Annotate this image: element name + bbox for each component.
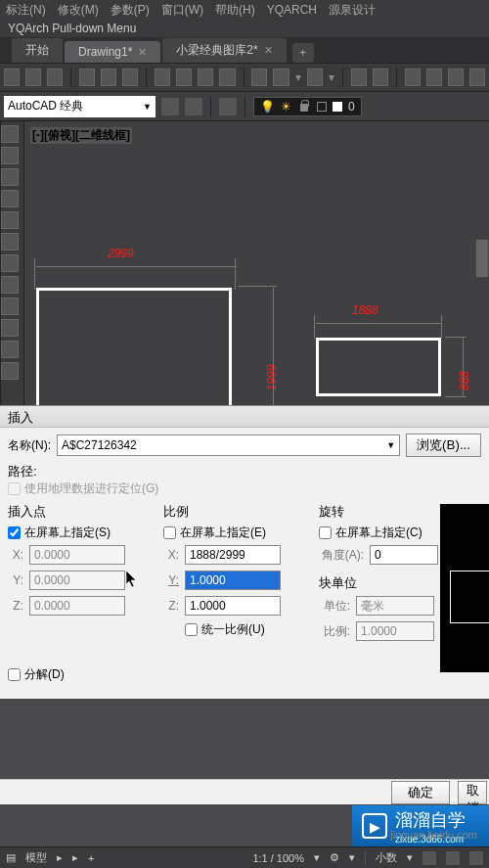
calc-icon[interactable] [469,69,485,86]
status-icon1[interactable] [422,851,436,865]
tab-toggle-icon[interactable]: ▤ [6,851,16,864]
menu-item-yqarch[interactable]: YQARCH [267,3,317,17]
hatch-icon[interactable] [1,233,19,251]
scale-x-input[interactable] [185,545,281,565]
menu-item-help[interactable]: 帮助(H) [215,2,255,19]
dim-rect2-width: 1888 [352,303,378,317]
point-icon[interactable] [1,319,19,337]
text-icon[interactable] [1,254,19,272]
copy-icon[interactable] [176,69,192,86]
uniform-scale-checkbox[interactable]: 统一比例(U) [185,621,305,638]
redo2-icon[interactable] [307,69,323,86]
tab-library[interactable]: 小梁经典图库2*✕ [162,38,286,63]
line-icon[interactable] [1,125,19,143]
menu-item-annotate[interactable]: 标注(N) [6,2,46,19]
menu-item-modify[interactable]: 修改(M) [58,2,99,19]
rotate-onscreen-input[interactable] [319,526,332,539]
rectangle-2[interactable] [316,338,441,396]
close-icon[interactable]: ✕ [138,46,147,59]
grid-icon[interactable] [448,69,464,86]
use-geo-input [8,482,21,495]
undo-icon[interactable] [251,69,267,86]
status-icon3[interactable] [469,851,483,865]
add-tab-button[interactable]: + [292,43,314,63]
block-preview [440,504,489,672]
tab-drawing1[interactable]: Drawing1*✕ [65,41,160,63]
scale-y-input[interactable] [185,571,281,590]
cancel-button[interactable]: 取消 [458,781,487,804]
save-icon[interactable] [47,69,63,86]
uniform-scale-input[interactable] [185,623,198,636]
layer-color-icon[interactable] [333,102,342,112]
angle-input[interactable] [370,545,438,565]
scale-onscreen-checkbox[interactable]: 在屏幕上指定(E) [163,525,305,541]
gear-icon[interactable] [161,98,179,115]
sheet-icon[interactable] [426,69,442,86]
print-layer-icon[interactable] [317,102,327,112]
status-icon2[interactable] [446,851,460,865]
scale-z-input[interactable] [185,596,281,616]
insert-onscreen-checkbox[interactable]: 在屏幕上指定(S) [8,525,150,541]
play-icon: ▶ [362,813,387,839]
insert-z-input [29,596,125,616]
model-tab[interactable]: 模型 [25,850,47,865]
close-icon[interactable]: ✕ [264,44,273,57]
group-scale: 比例 在屏幕上指定(E) X: Y: Z: 统一比例(U) [163,503,305,647]
cut-icon[interactable] [155,69,170,86]
preview-icon[interactable] [122,69,138,86]
props-icon[interactable] [405,69,421,86]
plot-icon[interactable] [101,69,116,86]
scrollbar[interactable] [475,239,489,278]
lock-icon[interactable] [297,100,311,114]
new-icon[interactable] [4,69,20,86]
more-icon[interactable] [1,362,19,380]
wand-icon[interactable] [185,98,202,115]
redo-icon[interactable] [273,69,289,86]
drawing-canvas[interactable]: [-][俯视][二维线框] 2999 1999 1888 888 [24,121,489,440]
circle-icon[interactable] [1,168,19,186]
viewport-label[interactable]: [-][俯视][二维线框] [30,127,132,144]
use-geo-checkbox[interactable]: 使用地理数据进行定位(G) [8,480,481,497]
gear-icon[interactable]: ⚙ [330,851,339,864]
menu-item-source[interactable]: 源泉设计 [329,2,376,19]
layer-combo[interactable]: 💡 ☀ 0 [253,97,362,116]
workspace-select[interactable]: AutoCAD 经典▼ [4,96,156,117]
polyline-icon[interactable] [1,147,19,164]
table-icon[interactable] [1,297,19,315]
zoom-icon[interactable] [373,69,388,86]
match-icon[interactable] [219,69,235,86]
arc-icon[interactable] [1,190,19,207]
workspace-row: AutoCAD 经典▼ 💡 ☀ 0 [0,92,489,121]
watermark: jingyan.baidu.com [390,829,477,841]
yqarch-pulldown[interactable]: YQArch Pull-down Menu [0,20,489,37]
explode-checkbox[interactable]: 分解(D) [8,666,481,683]
print-icon[interactable] [79,69,95,86]
paste-icon[interactable] [198,69,213,86]
scale-onscreen-input[interactable] [163,526,176,539]
insert-onscreen-input[interactable] [8,526,21,539]
scale-display[interactable]: 1:1 / 100% [252,852,304,864]
block-icon[interactable] [1,341,19,358]
name-label: 名称(N): [8,437,51,454]
menu-item-params[interactable]: 参数(P) [111,2,150,19]
scale-title: 比例 [163,503,305,521]
rect-icon[interactable] [1,211,19,229]
unit-input [356,596,434,616]
brand-name: 溜溜自学 [395,808,466,832]
pan-icon[interactable] [351,69,367,86]
menu-item-window[interactable]: 窗口(W) [161,2,203,19]
bulb-icon[interactable]: 💡 [260,100,275,114]
decimal-label[interactable]: 小数 [376,850,397,865]
tab-start[interactable]: 开始 [12,38,63,63]
path-label: 路径: [8,463,481,480]
sun-icon[interactable]: ☀ [281,100,291,114]
open-icon[interactable] [25,69,41,86]
dim-icon[interactable] [1,276,19,294]
factor-input [356,621,434,641]
explode-input[interactable] [8,668,21,681]
layers-icon[interactable] [219,98,237,115]
rectangle-1[interactable] [36,288,232,420]
browse-button[interactable]: 浏览(B)... [406,434,481,457]
block-name-combo[interactable]: A$C27126342▼ [57,434,400,456]
ok-button[interactable]: 确定 [391,781,450,804]
